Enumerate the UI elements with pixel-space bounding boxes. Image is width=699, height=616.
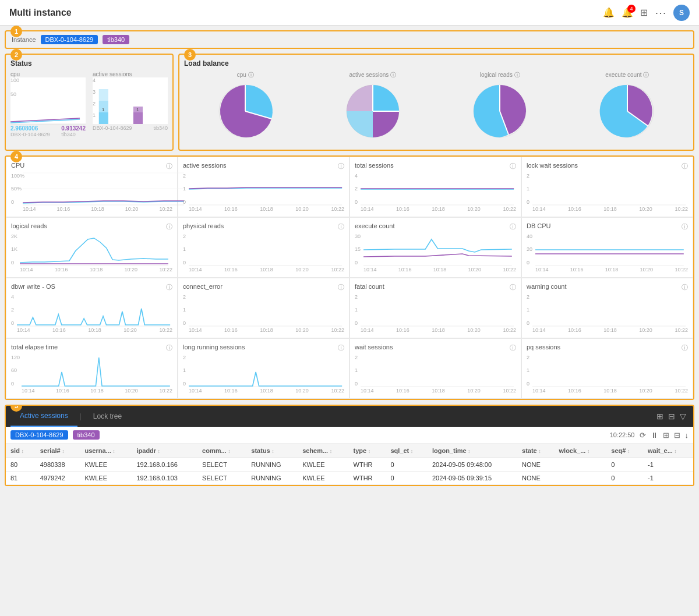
cell-schema: KWLEE xyxy=(298,472,348,485)
metric-warning-count: warning count ⓘ 2 1 0 10:1410:1610:1810:… xyxy=(521,278,693,338)
user-avatar[interactable]: S xyxy=(673,5,690,21)
metric-cpu-info[interactable]: ⓘ xyxy=(166,162,172,171)
svg-rect-4 xyxy=(133,112,143,124)
metric-tet-info[interactable]: ⓘ xyxy=(166,344,172,352)
metric-fc-info[interactable]: ⓘ xyxy=(510,283,516,292)
page-title: Multi instance xyxy=(9,8,72,18)
section4-label: 4 xyxy=(10,151,22,162)
lb-ec-title: execute count ⓘ xyxy=(595,71,659,79)
notification-icon[interactable]: 🔔 xyxy=(603,7,615,18)
col-command[interactable]: comm... xyxy=(197,444,246,458)
status-sessions-chart: active sessions 4 3 2 1 xyxy=(93,71,168,137)
metric-connect-error: connect_error ⓘ 2 1 0 10:1410:1610:1810:… xyxy=(178,278,350,338)
cell-ipaddr: 192.168.0.166 xyxy=(132,458,197,472)
cpu-label2: tib340 xyxy=(61,132,86,137)
cell-ipaddr: 192.168.0.103 xyxy=(132,472,197,485)
cell-waite: -1 xyxy=(643,472,693,485)
cpu-ymin: 0 xyxy=(11,199,14,205)
metric-as-info[interactable]: ⓘ xyxy=(338,162,344,171)
metrics-section: 4 CPU ⓘ 100% 50% 0 xyxy=(5,155,694,400)
tab-actions: ⊞ ⊟ ▽ xyxy=(654,407,689,426)
cell-schema: KWLEE xyxy=(298,458,348,472)
sess-y-4: 4 xyxy=(93,77,96,83)
metric-wait-sessions: wait sessions ⓘ 2 1 0 10:1410:1610:1810:… xyxy=(350,338,521,399)
table-actions: 10:22:50 ⟳ ⏸ ⊞ ⊟ ↓ xyxy=(610,431,689,440)
sess-y-1: 1 xyxy=(93,112,96,118)
col-schema[interactable]: schem... xyxy=(298,444,348,458)
metric-ts-info[interactable]: ⓘ xyxy=(510,162,516,171)
col-serial[interactable]: serial# xyxy=(36,444,80,458)
cell-status: RUNNING xyxy=(246,472,298,485)
pause-icon[interactable]: ⏸ xyxy=(651,431,658,440)
cpu-t1: 10:14 xyxy=(23,206,36,212)
status-cpu-chart: cpu 100 50 2.9608006 DBX-0-104- xyxy=(10,71,86,137)
metric-lrs-info[interactable]: ⓘ xyxy=(338,344,344,352)
filter-icon[interactable]: ⊟ xyxy=(674,431,680,440)
metric-logical-reads: logical reads ⓘ 2K 1K 0 10:1410:1610:181… xyxy=(6,217,178,278)
col-status[interactable]: status xyxy=(246,444,298,458)
metric-wc-info[interactable]: ⓘ xyxy=(682,283,688,292)
cpu-t5: 10:22 xyxy=(159,206,172,212)
cell-command: SELECT xyxy=(197,458,246,472)
sessions-table-container: sid serial# userna... ipaddr comm... sta… xyxy=(6,444,693,485)
metric-pr-info[interactable]: ⓘ xyxy=(338,222,344,231)
main-content: 1 Instance DBX-0-104-8629 tib340 2 Statu… xyxy=(0,26,699,491)
as-ymid: 1 xyxy=(183,186,186,192)
table-row: 81 4979242 KWLEE 192.168.0.103 SELECT RU… xyxy=(6,472,693,485)
refresh-icon[interactable]: ⟳ xyxy=(640,431,646,440)
col-waite[interactable]: wait_e... xyxy=(643,444,693,458)
cell-sqlet: 0 xyxy=(386,458,427,472)
cpu-val1: 2.9608006 xyxy=(10,125,50,132)
metric-fatal-count: fatal count ⓘ 2 1 0 10:1410:1610:1810:20… xyxy=(350,278,521,338)
metric-lr-info[interactable]: ⓘ xyxy=(166,222,172,231)
active-sessions-section: 5 Active sessions | Lock tree ⊞ ⊟ ▽ DBX-… xyxy=(5,405,694,486)
instance-subtab-2[interactable]: tib340 xyxy=(73,430,100,440)
cell-sid: 81 xyxy=(6,472,36,485)
cpu-y-50: 50 xyxy=(10,91,16,97)
instance-subtab-1[interactable]: DBX-0-104-8629 xyxy=(10,430,68,440)
instance-tag-1[interactable]: DBX-0-104-8629 xyxy=(41,35,98,44)
metric-tet-title: total elapse time xyxy=(11,344,58,352)
col-username[interactable]: userna... xyxy=(80,444,132,458)
metric-pq-title: pq sessions xyxy=(527,344,560,352)
bell-badge: 4 xyxy=(627,5,636,13)
metric-lock-wait-sessions: lock wait sessions ⓘ 2 1 0 10:1410:1610:… xyxy=(521,157,693,217)
col-wlock[interactable]: wlock_... xyxy=(555,444,607,458)
col-sid[interactable]: sid xyxy=(6,444,36,458)
metric-ce-info[interactable]: ⓘ xyxy=(338,283,344,292)
cell-username: KWLEE xyxy=(80,458,132,472)
cell-seq: 0 xyxy=(606,472,643,485)
tab-lock-tree[interactable]: Lock tree xyxy=(84,406,131,426)
columns-icon[interactable]: ⊞ xyxy=(663,431,669,440)
metric-fc-title: fatal count xyxy=(355,283,384,292)
metric-ec-info[interactable]: ⓘ xyxy=(510,222,516,231)
metric-pq-info[interactable]: ⓘ xyxy=(682,344,688,352)
metric-ws-info[interactable]: ⓘ xyxy=(510,344,516,352)
svg-rect-3 xyxy=(99,89,108,101)
col-state[interactable]: state xyxy=(517,444,555,458)
expand-view-icon[interactable]: ⊟ xyxy=(668,412,675,421)
metric-dbcpu-info[interactable]: ⓘ xyxy=(682,222,688,231)
collapse-icon[interactable]: ▽ xyxy=(680,412,686,421)
grid-icon[interactable]: ⊞ xyxy=(640,7,648,18)
col-ipaddr[interactable]: ipaddr xyxy=(132,444,197,458)
status-loadbalance-row: 2 Status cpu 100 50 xyxy=(5,54,694,151)
col-type[interactable]: type xyxy=(349,444,386,458)
metric-dbwr-info[interactable]: ⓘ xyxy=(166,283,172,292)
col-seq[interactable]: seq# xyxy=(606,444,643,458)
download-icon[interactable]: ↓ xyxy=(685,431,689,440)
lb-title: Load balance xyxy=(184,59,689,68)
col-sqlet[interactable]: sql_et xyxy=(386,444,427,458)
metric-wc-title: warning count xyxy=(527,283,567,292)
cell-logontime: 2024-09-05 09:39:15 xyxy=(428,472,517,485)
more-icon[interactable]: ⋯ xyxy=(655,6,666,20)
cell-serial: 4980338 xyxy=(36,458,80,472)
cell-status: RUNNING xyxy=(246,458,298,472)
col-logontime[interactable]: logon_time xyxy=(428,444,517,458)
instance-tag-2[interactable]: tib340 xyxy=(103,35,129,44)
metric-lws-info[interactable]: ⓘ xyxy=(682,162,688,171)
table-timestamp: 10:22:50 xyxy=(610,431,635,438)
tile-view-icon[interactable]: ⊞ xyxy=(656,412,663,421)
sess-y-2: 2 xyxy=(93,101,96,107)
cpu-ymid: 50% xyxy=(11,186,22,192)
